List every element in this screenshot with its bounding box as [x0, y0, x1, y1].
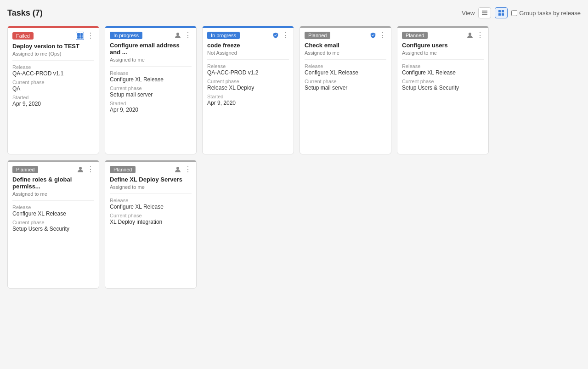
more-options-button[interactable]: ⋮ — [184, 32, 192, 39]
task-card: Failed ⋮ Deploy version to TEST Assigned… — [7, 26, 99, 154]
release-label: Release — [207, 63, 289, 69]
card-title: Configure email address and ... — [110, 42, 192, 56]
card-header-icons: ⋮ — [466, 32, 484, 39]
phase-value: Setup Users & Security — [12, 226, 94, 232]
group-by-release-toggle[interactable]: Group tasks by release — [511, 10, 581, 17]
status-badge: Planned — [402, 32, 428, 39]
more-options-button[interactable]: ⋮ — [476, 32, 484, 39]
card-header-icons: ⋮ — [76, 32, 94, 40]
phase-value: Setup mail server — [305, 85, 386, 91]
status-badge: In progress — [207, 32, 240, 39]
view-label: View — [462, 10, 475, 17]
status-badge: Planned — [12, 166, 38, 173]
card-header-icons: ⋮ — [174, 32, 192, 39]
card-header-icons: ⋮ — [272, 32, 289, 39]
more-options-button[interactable]: ⋮ — [379, 32, 386, 39]
card-body: Deploy version to TEST Assigned to me (O… — [8, 43, 99, 154]
card-title: code freeze — [207, 42, 289, 49]
card-body: Check email Assigned to me Release Confi… — [300, 42, 391, 154]
svg-point-8 — [469, 33, 471, 35]
more-options-button[interactable]: ⋮ — [87, 166, 94, 173]
svg-rect-5 — [498, 13, 501, 16]
grid-view-button[interactable] — [495, 7, 508, 18]
card-title: Define XL Deploy Servers — [110, 176, 192, 183]
card-divider — [110, 193, 192, 194]
svg-point-7 — [176, 33, 179, 35]
card-assigned: Assigned to me — [305, 50, 386, 56]
table-icon — [76, 32, 84, 40]
card-assigned: Assigned to me — [402, 50, 484, 56]
svg-point-9 — [79, 167, 82, 170]
started-value: Apr 9, 2020 — [12, 101, 94, 107]
card-assigned: Assigned to me — [12, 191, 94, 197]
release-label: Release — [110, 70, 192, 76]
svg-rect-4 — [502, 10, 504, 12]
header-right: View Group tasks by release — [462, 7, 581, 18]
release-value: QA-ACC-PROD v1.2 — [207, 69, 289, 76]
release-label: Release — [305, 63, 386, 69]
phase-label: Current phase — [305, 79, 386, 84]
status-badge: In progress — [110, 32, 142, 39]
release-value: Configure XL Release — [402, 69, 484, 76]
release-value: Configure XL Release — [110, 204, 192, 210]
person-icon — [466, 32, 474, 39]
phase-value: QA — [12, 85, 94, 92]
card-body: code freeze Not Assigned Release QA-ACC-… — [203, 42, 294, 154]
card-title: Define roles & global permiss... — [12, 176, 94, 190]
card-divider — [305, 59, 386, 60]
phase-label: Current phase — [12, 220, 94, 225]
card-header: Planned ⋮ — [397, 28, 488, 42]
page-title: Tasks (7) — [7, 8, 43, 18]
release-label: Release — [12, 204, 94, 210]
card-body: Configure users Assigned to me Release C… — [397, 42, 488, 154]
task-card: In progress ⋮ Configure email address an… — [105, 26, 197, 154]
started-value: Apr 9, 2020 — [110, 107, 192, 113]
release-value: Configure XL Release — [12, 210, 94, 217]
svg-rect-6 — [502, 13, 504, 16]
card-assigned: Assigned to me — [110, 57, 192, 62]
more-options-button[interactable]: ⋮ — [184, 166, 192, 173]
release-value: QA-ACC-PROD v1.1 — [12, 70, 94, 77]
phase-value: Setup Users & Security — [402, 85, 484, 91]
card-title: Configure users — [402, 42, 484, 49]
task-card: Planned ⋮ Define roles & global permiss.… — [7, 160, 99, 289]
card-header: Planned ⋮ — [105, 162, 196, 176]
card-body: Configure email address and ... Assigned… — [105, 42, 196, 154]
started-value: Apr 9, 2020 — [207, 100, 289, 106]
list-view-button[interactable] — [478, 7, 491, 18]
release-label: Release — [12, 64, 94, 70]
group-by-release-label: Group tasks by release — [519, 10, 581, 17]
shield-icon — [272, 32, 279, 39]
status-badge: Planned — [305, 32, 330, 39]
more-options-button[interactable]: ⋮ — [282, 32, 289, 39]
card-header: Planned ⋮ — [8, 162, 99, 176]
card-body: Define roles & global permiss... Assigne… — [8, 176, 99, 288]
card-header: Planned ⋮ — [300, 28, 391, 42]
phase-label: Current phase — [110, 85, 192, 91]
started-label: Started — [110, 101, 192, 106]
card-header: In progress ⋮ — [203, 28, 294, 42]
card-divider — [12, 200, 94, 201]
phase-label: Current phase — [207, 79, 289, 84]
shield-icon — [370, 32, 376, 39]
card-header: Failed ⋮ — [8, 28, 99, 43]
task-card: Planned ⋮ Configure users Assigned to me… — [397, 26, 489, 154]
card-assigned: Assigned to me — [110, 184, 192, 190]
task-card: In progress ⋮ code freeze Not Assigned R… — [202, 26, 294, 154]
task-card: Planned ⋮ Define XL Deploy Servers Assig… — [105, 160, 197, 289]
phase-label: Current phase — [110, 213, 192, 218]
svg-point-10 — [176, 167, 179, 170]
phase-value: XL Deploy integration — [110, 219, 192, 225]
status-badge: Failed — [12, 32, 34, 40]
card-divider — [110, 66, 192, 67]
card-title: Check email — [305, 42, 386, 49]
phase-label: Current phase — [12, 79, 94, 85]
card-assigned: Not Assigned — [207, 50, 289, 56]
group-by-release-checkbox[interactable] — [511, 10, 517, 16]
release-label: Release — [110, 198, 192, 203]
release-value: Configure XL Release — [110, 76, 192, 83]
card-body: Define XL Deploy Servers Assigned to me … — [105, 176, 196, 288]
more-options-button[interactable]: ⋮ — [87, 32, 94, 40]
person-icon — [174, 32, 181, 39]
card-divider — [12, 60, 94, 61]
